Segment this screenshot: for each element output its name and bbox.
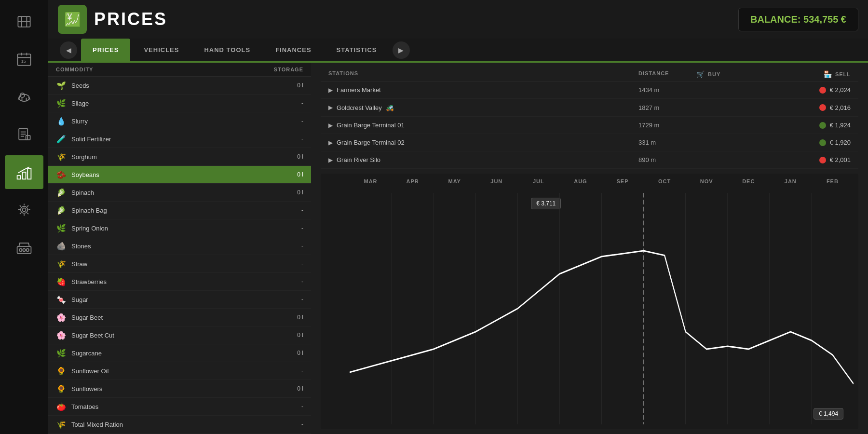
sidebar-item-prices[interactable] xyxy=(5,155,43,189)
tab-vehicles[interactable]: VEHICLES xyxy=(132,39,190,61)
list-item[interactable]: 🌱 Seeds 0 l xyxy=(48,77,311,95)
commodity-name: Sugar Beet xyxy=(71,314,274,321)
commodity-name: Sorghum xyxy=(71,153,274,161)
list-item[interactable]: 🌾 Total Mixed Ration - xyxy=(48,416,311,434)
list-item[interactable]: 💧 Slurry - xyxy=(48,112,311,130)
station-row[interactable]: ▶ Grain Barge Terminal 02 331 m € 1,920 xyxy=(321,134,858,151)
station-row[interactable]: ▶ Goldcrest Valley 🚜 1827 m € 2,016 xyxy=(321,99,858,117)
sell-price: € 2,016 xyxy=(830,104,851,111)
sell-status-icon xyxy=(819,122,826,129)
price-chart: MAR APR MAY JUN JUL AUG SEP OCT NOV DEC … xyxy=(321,174,858,429)
commodity-icon: 🪨 xyxy=(56,241,67,251)
commodity-name: Spring Onion xyxy=(71,225,274,232)
commodity-icon: 🌸 xyxy=(56,330,67,340)
list-item[interactable]: 🌻 Sunflower Oil - xyxy=(48,362,311,380)
nav-bar: ◀ PRICES VEHICLES HAND TOOLS FINANCES ST… xyxy=(48,39,868,63)
nav-next-button[interactable]: ▶ xyxy=(393,41,410,59)
commodity-icon: 🌿 xyxy=(56,98,67,108)
commodity-list: 🌱 Seeds 0 l 🌿 Silage - 💧 Slurry - 🧪 Soli… xyxy=(48,77,311,434)
list-item[interactable]: 🌸 Sugar Beet 0 l xyxy=(48,309,311,326)
station-name: ▶ Grain River Silo xyxy=(328,156,638,163)
commodity-name: Sunflower Oil xyxy=(71,367,274,375)
commodity-name: Sugar xyxy=(71,296,274,303)
list-item[interactable]: 🌻 Sunflowers 0 l xyxy=(48,380,311,398)
tab-statistics[interactable]: STATISTICS xyxy=(325,39,389,61)
tab-finances[interactable]: FINANCES xyxy=(264,39,323,61)
header: 💹 PRICES BALANCE: 534,755 € xyxy=(48,0,868,39)
stations-col-header: STATIONS xyxy=(328,70,638,78)
station-nav-icon: ▶ xyxy=(328,157,333,163)
commodity-icon: 🌾 xyxy=(56,258,67,269)
chart-month: NOV xyxy=(686,178,728,184)
sidebar-item-production[interactable] xyxy=(5,231,43,264)
list-item[interactable]: 🍓 Strawberries - xyxy=(48,273,311,291)
chart-month: OCT xyxy=(644,178,686,184)
list-item[interactable]: 🍬 Sugar - xyxy=(48,291,311,309)
list-item[interactable]: 🌾 Sorghum 0 l xyxy=(48,148,311,166)
buy-icon: 🛒 xyxy=(696,70,705,78)
list-item-selected[interactable]: 🫘 Soybeans 0 l xyxy=(48,166,311,184)
chart-month: APR xyxy=(392,178,434,184)
list-item[interactable]: 🪨 Stones - xyxy=(48,237,311,255)
sidebar-item-settings[interactable] xyxy=(5,193,43,227)
buy-col-header: 🛒 BUY xyxy=(696,70,773,78)
station-distance: 1729 m xyxy=(638,122,696,129)
list-item[interactable]: 🥬 Spinach Bag - xyxy=(48,202,311,219)
commodity-icon: 🍬 xyxy=(56,294,67,305)
list-item[interactable]: 🌿 Spring Onion - xyxy=(48,219,311,237)
commodity-name: Spinach Bag xyxy=(71,207,274,214)
commodity-storage: - xyxy=(274,243,303,249)
commodity-storage: 0 l xyxy=(274,82,303,89)
station-row[interactable]: ▶ Grain Barge Terminal 01 1729 m € 1,924 xyxy=(321,117,858,134)
commodity-column-headers: COMMODITY STORAGE xyxy=(48,63,311,77)
svg-point-11 xyxy=(20,206,27,213)
commodity-storage: 0 l xyxy=(274,171,303,178)
commodity-storage: - xyxy=(274,207,303,214)
station-row[interactable]: ▶ Farmers Market 1434 m € 2,024 xyxy=(321,81,858,99)
chart-month: MAR xyxy=(350,178,392,184)
commodity-icon: 🌾 xyxy=(56,419,67,430)
sidebar-item-livestock[interactable] xyxy=(5,80,43,114)
list-item[interactable]: 🍅 Tomatoes - xyxy=(48,398,311,416)
sidebar-item-map[interactable] xyxy=(5,5,43,39)
commodity-storage: 0 l xyxy=(274,153,303,160)
nav-prev-button[interactable]: ◀ xyxy=(60,41,77,59)
commodity-name: Spinach xyxy=(71,189,274,196)
commodity-name: Soybeans xyxy=(71,171,274,178)
list-item[interactable]: 🧪 Solid Fertilizer - xyxy=(48,130,311,148)
svg-point-14 xyxy=(23,249,25,251)
stations-header: STATIONS DISTANCE 🛒 BUY 🏪 SELL xyxy=(321,68,858,81)
list-item[interactable]: 🌿 Sugarcane 0 l xyxy=(48,344,311,362)
balance-display: BALANCE: 534,755 € xyxy=(738,8,858,31)
list-item[interactable]: 🌿 Silage - xyxy=(48,95,311,112)
station-distance: 1827 m xyxy=(638,104,696,111)
svg-point-13 xyxy=(19,249,22,251)
chart-month: FEB xyxy=(812,178,854,184)
list-item[interactable]: 🌾 Straw - xyxy=(48,255,311,273)
station-nav-icon: ▶ xyxy=(328,87,333,94)
tab-hand-tools[interactable]: HAND TOOLS xyxy=(192,39,262,61)
list-item[interactable]: 🌸 Sugar Beet Cut 0 l xyxy=(48,326,311,344)
sell-status-icon xyxy=(819,157,826,163)
tab-prices[interactable]: PRICES xyxy=(81,39,130,61)
commodity-name: Solid Fertilizer xyxy=(71,136,274,143)
list-item[interactable]: 🥬 Spinach 0 l xyxy=(48,184,311,202)
station-name: ▶ Grain Barge Terminal 02 xyxy=(328,139,638,146)
main-content: 💹 PRICES BALANCE: 534,755 € ◀ PRICES VEH… xyxy=(48,0,868,434)
sell-status-icon xyxy=(819,87,826,94)
sidebar-item-contracts[interactable] xyxy=(5,118,43,151)
commodity-name: Sugar Beet Cut xyxy=(71,332,274,339)
commodity-icon: 🌻 xyxy=(56,383,67,394)
sell-col-header: 🏪 SELL xyxy=(773,70,851,78)
station-row[interactable]: ▶ Grain River Silo 890 m € 2,001 xyxy=(321,151,858,169)
commodity-col-header: COMMODITY xyxy=(56,67,265,72)
commodity-storage: 0 l xyxy=(274,189,303,196)
commodity-storage: 0 l xyxy=(274,385,303,392)
chart-tooltip-bottom: € 1,494 xyxy=(814,408,843,420)
commodity-icon: 🌿 xyxy=(56,223,67,233)
commodity-storage: 0 l xyxy=(274,314,303,321)
sell-status-icon xyxy=(819,104,826,111)
commodity-storage: - xyxy=(274,136,303,142)
commodity-name: Total Mixed Ration xyxy=(71,421,274,428)
sidebar-item-calendar[interactable]: 15 xyxy=(5,42,43,76)
